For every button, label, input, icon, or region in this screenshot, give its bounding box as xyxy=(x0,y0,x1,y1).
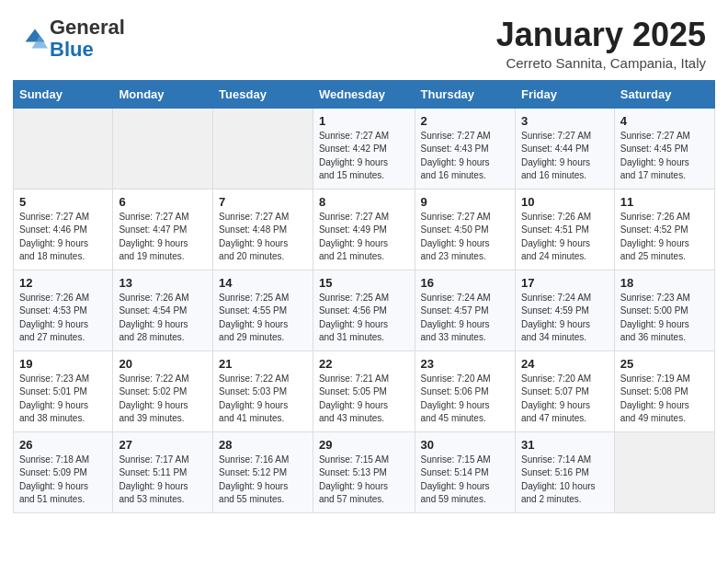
day-info: Sunrise: 7:25 AM Sunset: 4:56 PM Dayligh… xyxy=(319,292,409,345)
day-info: Sunrise: 7:25 AM Sunset: 4:55 PM Dayligh… xyxy=(219,292,307,345)
calendar-cell: 27Sunrise: 7:17 AM Sunset: 5:11 PM Dayli… xyxy=(113,431,213,512)
calendar-cell: 30Sunrise: 7:15 AM Sunset: 5:14 PM Dayli… xyxy=(415,431,515,512)
calendar-cell: 3Sunrise: 7:27 AM Sunset: 4:44 PM Daylig… xyxy=(515,108,614,189)
day-number: 26 xyxy=(19,438,107,452)
day-info: Sunrise: 7:27 AM Sunset: 4:48 PM Dayligh… xyxy=(219,211,307,264)
day-number: 8 xyxy=(319,195,409,209)
week-row-4: 19Sunrise: 7:23 AM Sunset: 5:01 PM Dayli… xyxy=(14,350,715,431)
calendar-cell: 2Sunrise: 7:27 AM Sunset: 4:43 PM Daylig… xyxy=(415,108,515,189)
day-info: Sunrise: 7:16 AM Sunset: 5:12 PM Dayligh… xyxy=(219,454,307,507)
day-info: Sunrise: 7:24 AM Sunset: 4:57 PM Dayligh… xyxy=(421,292,509,345)
day-info: Sunrise: 7:15 AM Sunset: 5:13 PM Dayligh… xyxy=(319,454,409,507)
day-info: Sunrise: 7:27 AM Sunset: 4:42 PM Dayligh… xyxy=(319,130,409,183)
day-info: Sunrise: 7:19 AM Sunset: 5:08 PM Dayligh… xyxy=(620,373,709,426)
day-number: 2 xyxy=(421,114,509,128)
calendar-cell: 12Sunrise: 7:26 AM Sunset: 4:53 PM Dayli… xyxy=(14,270,113,350)
day-info: Sunrise: 7:27 AM Sunset: 4:47 PM Dayligh… xyxy=(119,211,207,264)
month-title: January 2025 xyxy=(496,17,706,53)
day-info: Sunrise: 7:27 AM Sunset: 4:49 PM Dayligh… xyxy=(319,211,409,264)
calendar-cell: 16Sunrise: 7:24 AM Sunset: 4:57 PM Dayli… xyxy=(415,270,515,350)
calendar-cell: 26Sunrise: 7:18 AM Sunset: 5:09 PM Dayli… xyxy=(14,431,113,512)
day-number: 15 xyxy=(319,276,409,290)
calendar-cell xyxy=(614,431,714,512)
calendar-cell: 4Sunrise: 7:27 AM Sunset: 4:45 PM Daylig… xyxy=(614,108,714,189)
day-info: Sunrise: 7:22 AM Sunset: 5:02 PM Dayligh… xyxy=(119,373,207,426)
title-section: January 2025 Cerreto Sannita, Campania, … xyxy=(496,17,706,71)
day-info: Sunrise: 7:18 AM Sunset: 5:09 PM Dayligh… xyxy=(19,454,107,507)
location: Cerreto Sannita, Campania, Italy xyxy=(496,55,706,71)
calendar-cell: 18Sunrise: 7:23 AM Sunset: 5:00 PM Dayli… xyxy=(614,270,714,350)
day-info: Sunrise: 7:27 AM Sunset: 4:43 PM Dayligh… xyxy=(421,130,509,183)
day-info: Sunrise: 7:20 AM Sunset: 5:06 PM Dayligh… xyxy=(421,373,509,426)
calendar-cell: 24Sunrise: 7:20 AM Sunset: 5:07 PM Dayli… xyxy=(515,350,614,431)
day-info: Sunrise: 7:23 AM Sunset: 5:01 PM Dayligh… xyxy=(19,373,107,426)
logo-icon xyxy=(22,26,48,52)
calendar-cell: 8Sunrise: 7:27 AM Sunset: 4:49 PM Daylig… xyxy=(313,189,415,270)
calendar-cell: 13Sunrise: 7:26 AM Sunset: 4:54 PM Dayli… xyxy=(113,270,213,350)
day-info: Sunrise: 7:27 AM Sunset: 4:44 PM Dayligh… xyxy=(521,130,609,183)
day-number: 25 xyxy=(620,357,709,371)
day-number: 5 xyxy=(19,195,107,209)
day-info: Sunrise: 7:24 AM Sunset: 4:59 PM Dayligh… xyxy=(521,292,609,345)
day-number: 18 xyxy=(620,276,709,290)
day-number: 22 xyxy=(319,357,409,371)
day-info: Sunrise: 7:17 AM Sunset: 5:11 PM Dayligh… xyxy=(119,454,207,507)
day-number: 17 xyxy=(521,276,609,290)
calendar-table: SundayMondayTuesdayWednesdayThursdayFrid… xyxy=(13,80,715,513)
calendar-body: 1Sunrise: 7:27 AM Sunset: 4:42 PM Daylig… xyxy=(14,108,715,512)
day-number: 7 xyxy=(219,195,307,209)
calendar-cell xyxy=(113,108,213,189)
day-number: 10 xyxy=(521,195,609,209)
weekday-header-row: SundayMondayTuesdayWednesdayThursdayFrid… xyxy=(14,80,715,108)
day-info: Sunrise: 7:27 AM Sunset: 4:45 PM Dayligh… xyxy=(620,130,709,183)
weekday-header-wednesday: Wednesday xyxy=(313,80,415,108)
calendar-cell: 14Sunrise: 7:25 AM Sunset: 4:55 PM Dayli… xyxy=(213,270,313,350)
calendar-cell: 25Sunrise: 7:19 AM Sunset: 5:08 PM Dayli… xyxy=(614,350,714,431)
day-info: Sunrise: 7:23 AM Sunset: 5:00 PM Dayligh… xyxy=(620,292,709,345)
day-info: Sunrise: 7:26 AM Sunset: 4:54 PM Dayligh… xyxy=(119,292,207,345)
week-row-2: 5Sunrise: 7:27 AM Sunset: 4:46 PM Daylig… xyxy=(14,189,715,270)
calendar-cell: 21Sunrise: 7:22 AM Sunset: 5:03 PM Dayli… xyxy=(213,350,313,431)
weekday-header-sunday: Sunday xyxy=(14,80,113,108)
calendar-cell: 5Sunrise: 7:27 AM Sunset: 4:46 PM Daylig… xyxy=(14,189,113,270)
calendar-cell: 10Sunrise: 7:26 AM Sunset: 4:51 PM Dayli… xyxy=(515,189,614,270)
day-number: 4 xyxy=(620,114,709,128)
day-number: 6 xyxy=(119,195,207,209)
calendar-cell: 22Sunrise: 7:21 AM Sunset: 5:05 PM Dayli… xyxy=(313,350,415,431)
logo-general: General xyxy=(50,16,125,39)
calendar-cell: 20Sunrise: 7:22 AM Sunset: 5:02 PM Dayli… xyxy=(113,350,213,431)
calendar-cell: 17Sunrise: 7:24 AM Sunset: 4:59 PM Dayli… xyxy=(515,270,614,350)
day-number: 19 xyxy=(19,357,107,371)
logo: General Blue xyxy=(22,17,125,61)
calendar-cell: 31Sunrise: 7:14 AM Sunset: 5:16 PM Dayli… xyxy=(515,431,614,512)
day-info: Sunrise: 7:22 AM Sunset: 5:03 PM Dayligh… xyxy=(219,373,307,426)
day-number: 27 xyxy=(119,438,207,452)
day-info: Sunrise: 7:27 AM Sunset: 4:46 PM Dayligh… xyxy=(19,211,107,264)
calendar-cell xyxy=(14,108,113,189)
calendar-cell: 29Sunrise: 7:15 AM Sunset: 5:13 PM Dayli… xyxy=(313,431,415,512)
day-info: Sunrise: 7:14 AM Sunset: 5:16 PM Dayligh… xyxy=(521,454,609,507)
weekday-header-monday: Monday xyxy=(113,80,213,108)
day-number: 11 xyxy=(620,195,709,209)
logo-blue: Blue xyxy=(50,38,94,61)
calendar-cell: 11Sunrise: 7:26 AM Sunset: 4:52 PM Dayli… xyxy=(614,189,714,270)
day-number: 31 xyxy=(521,438,609,452)
day-number: 3 xyxy=(521,114,609,128)
day-info: Sunrise: 7:21 AM Sunset: 5:05 PM Dayligh… xyxy=(319,373,409,426)
day-number: 28 xyxy=(219,438,307,452)
day-info: Sunrise: 7:26 AM Sunset: 4:53 PM Dayligh… xyxy=(19,292,107,345)
calendar-header: SundayMondayTuesdayWednesdayThursdayFrid… xyxy=(14,80,715,108)
day-number: 20 xyxy=(119,357,207,371)
day-info: Sunrise: 7:15 AM Sunset: 5:14 PM Dayligh… xyxy=(421,454,509,507)
week-row-3: 12Sunrise: 7:26 AM Sunset: 4:53 PM Dayli… xyxy=(14,270,715,350)
week-row-1: 1Sunrise: 7:27 AM Sunset: 4:42 PM Daylig… xyxy=(14,108,715,189)
day-number: 30 xyxy=(421,438,509,452)
day-info: Sunrise: 7:26 AM Sunset: 4:52 PM Dayligh… xyxy=(620,211,709,264)
calendar-cell: 19Sunrise: 7:23 AM Sunset: 5:01 PM Dayli… xyxy=(14,350,113,431)
day-number: 29 xyxy=(319,438,409,452)
weekday-header-saturday: Saturday xyxy=(614,80,714,108)
calendar-cell: 1Sunrise: 7:27 AM Sunset: 4:42 PM Daylig… xyxy=(313,108,415,189)
calendar-cell xyxy=(213,108,313,189)
week-row-5: 26Sunrise: 7:18 AM Sunset: 5:09 PM Dayli… xyxy=(14,431,715,512)
day-number: 12 xyxy=(19,276,107,290)
